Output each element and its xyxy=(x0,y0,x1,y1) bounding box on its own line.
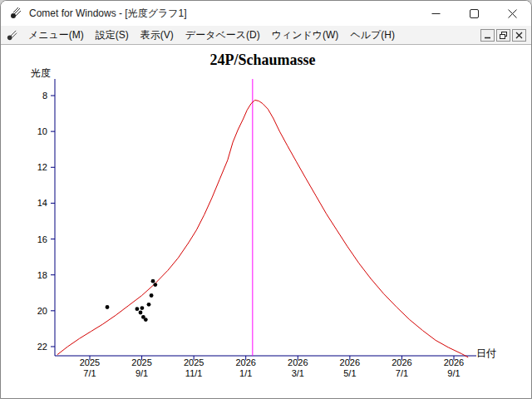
menubar: メニュー(M) 設定(S) 表示(V) データベース(D) ウィンドウ(W) ヘ… xyxy=(1,26,531,45)
y-tick-label: 8 xyxy=(42,91,47,101)
observation-point xyxy=(150,293,154,298)
titlebar: Comet for Windows - [光度グラフ1] xyxy=(1,1,531,26)
window-controls xyxy=(416,1,531,26)
menu-item-window[interactable]: ウィンドウ(W) xyxy=(266,27,345,44)
predicted-light-curve xyxy=(57,100,468,357)
app-window: Comet for Windows - [光度グラフ1] xyxy=(0,0,532,399)
x-tick-date: 1/1 xyxy=(239,368,252,378)
x-tick-date: 11/1 xyxy=(185,368,203,378)
maximize-icon[interactable] xyxy=(455,1,493,26)
observation-point xyxy=(147,303,151,307)
x-tick-year: 2026 xyxy=(288,357,308,367)
menu-item-database[interactable]: データベース(D) xyxy=(180,27,266,44)
y-tick-label: 18 xyxy=(37,270,47,280)
x-tick-year: 2026 xyxy=(340,357,360,367)
mdi-restore-icon[interactable] xyxy=(496,29,510,42)
observation-point xyxy=(140,306,145,310)
light-curve-chart: 24P/Schaumasse 光度 日付 8101214161820222025… xyxy=(1,45,531,398)
chart-area: 24P/Schaumasse 光度 日付 8101214161820222025… xyxy=(1,45,531,399)
y-tick-label: 16 xyxy=(37,234,47,244)
chart-plot: 81012141618202220257/120259/1202511/1202… xyxy=(37,79,476,378)
y-tick-label: 22 xyxy=(37,342,47,352)
x-tick-date: 3/1 xyxy=(292,368,304,378)
minimize-icon[interactable] xyxy=(416,1,455,26)
x-tick-year: 2026 xyxy=(444,357,464,367)
observation-point xyxy=(135,307,140,311)
child-window-icon[interactable] xyxy=(6,29,18,42)
observation-point xyxy=(151,279,155,283)
x-axis-label: 日付 xyxy=(476,347,496,359)
close-icon[interactable] xyxy=(493,1,531,26)
x-tick-date: 9/1 xyxy=(447,368,460,378)
observation-point xyxy=(106,305,110,309)
x-tick-year: 2025 xyxy=(184,357,204,367)
x-tick-year: 2025 xyxy=(131,357,151,367)
mdi-child-controls xyxy=(480,29,529,42)
chart-title: 24P/Schaumasse xyxy=(209,52,315,68)
x-tick-date: 5/1 xyxy=(343,368,356,378)
x-tick-year: 2026 xyxy=(235,357,255,367)
y-tick-label: 12 xyxy=(37,162,47,172)
mdi-minimize-icon[interactable] xyxy=(480,29,495,42)
x-tick-year: 2026 xyxy=(392,357,411,367)
observation-point xyxy=(139,311,143,315)
x-tick-date: 7/1 xyxy=(396,368,408,378)
menu-item-settings[interactable]: 設定(S) xyxy=(90,27,135,44)
mdi-close-icon[interactable] xyxy=(512,29,526,42)
menu-item-view[interactable]: 表示(V) xyxy=(135,27,180,44)
x-tick-date: 7/1 xyxy=(83,368,96,378)
y-axis-label: 光度 xyxy=(31,67,51,79)
y-tick-label: 10 xyxy=(37,126,47,136)
window-title: Comet for Windows - [光度グラフ1] xyxy=(29,7,187,21)
observation-point xyxy=(144,318,148,322)
x-tick-year: 2025 xyxy=(80,357,100,367)
menu-item-help[interactable]: ヘルプ(H) xyxy=(344,27,401,44)
x-tick-date: 9/1 xyxy=(135,368,148,378)
y-tick-label: 20 xyxy=(37,306,47,316)
y-tick-label: 14 xyxy=(37,198,47,208)
app-icon[interactable] xyxy=(9,7,22,20)
menu-item-menu[interactable]: メニュー(M) xyxy=(22,27,90,44)
observation-point xyxy=(153,283,157,287)
